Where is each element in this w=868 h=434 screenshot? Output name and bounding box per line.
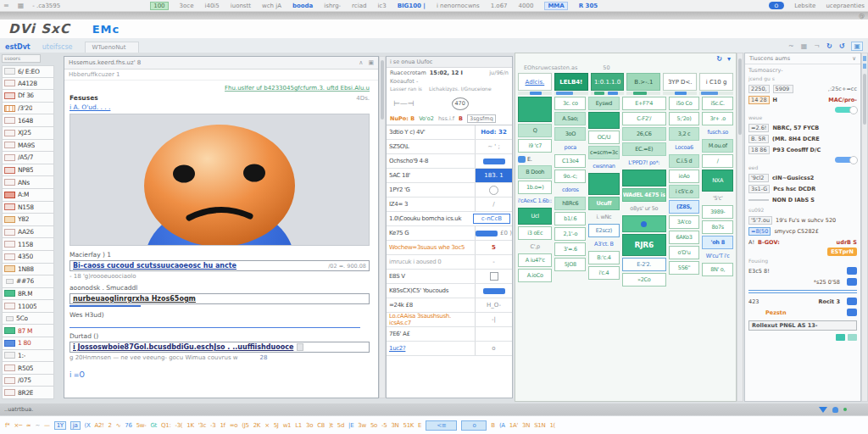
attribute-row[interactable]: imrucuk i aoused 0 - <box>387 255 512 270</box>
grid-cell[interactable]: Ucl <box>518 208 552 225</box>
grid-cell[interactable]: 3c. co <box>554 97 586 110</box>
grid-scrollbar[interactable] <box>737 53 743 402</box>
strip-icon[interactable]: Gt <box>150 422 157 429</box>
menu-item[interactable]: ishrg- <box>324 3 341 9</box>
menu-item[interactable]: iuonstt <box>231 3 251 9</box>
strip-icon[interactable]: 3w <box>358 422 366 429</box>
toolbar-icon[interactable]: ↺ <box>839 42 845 50</box>
grid-cell[interactable]: cwsnnan <box>588 161 620 171</box>
grid-cell[interactable] <box>622 215 666 232</box>
strip-icon[interactable]: w1 <box>283 422 292 429</box>
strip-icon[interactable]: (X <box>85 422 91 429</box>
grid-cell[interactable]: 1b.o=) <box>518 181 552 194</box>
address-field[interactable]: nurbeuaoglinrgrxha Hzos65ogm <box>70 293 370 304</box>
grid-cell[interactable]: A3'ct. B <box>588 239 620 249</box>
strip-icon[interactable]: ×─ <box>14 422 21 429</box>
grid-cell[interactable]: 5;'2o) <box>669 112 700 125</box>
avatar-link[interactable]: i A. O'ud. . . . <box>70 103 370 111</box>
tab-active[interactable]: estDvt <box>5 43 31 53</box>
teal-button[interactable] <box>848 334 857 341</box>
sidebar-item[interactable]: 87 M <box>2 325 54 337</box>
strip-icon[interactable]: × <box>264 422 270 429</box>
strip-icon[interactable]: <≡ <box>426 420 457 431</box>
attribute-row[interactable]: Lo.cAAisa 3saushsush. icsAs.c7 -| <box>387 313 512 327</box>
strip-icon[interactable]: (J5 <box>242 422 248 429</box>
attribute-row[interactable]: 1uc2? o <box>387 342 512 356</box>
sidebar-item[interactable]: 4350 <box>2 251 54 264</box>
toggle-switch[interactable] <box>835 157 857 163</box>
grid-cell[interactable] <box>588 173 620 195</box>
grid-icon[interactable]: ▦ <box>18 2 25 9</box>
sidebar-item[interactable]: A:M <box>2 189 54 202</box>
menu-item[interactable]: 100 <box>150 2 168 10</box>
sidebar-item[interactable]: 6/ E:EO <box>2 65 54 78</box>
grid-cell[interactable]: 6AKo3 <box>669 231 700 244</box>
attribute-row[interactable]: Ke75 G £0 ) <box>387 226 512 241</box>
toolbar-icon[interactable]: ~ <box>788 42 794 50</box>
strip-icon[interactable]: S1N <box>534 422 545 429</box>
grid-cell[interactable]: E2scz) <box>588 224 620 237</box>
menu-item[interactable]: booda <box>292 3 313 9</box>
grid-cell[interactable]: '5'c' <box>702 193 733 203</box>
grid-cell[interactable]: A.5ao; <box>554 112 586 125</box>
strip-icon[interactable]: 3N <box>522 422 530 429</box>
grid-cell[interactable]: NXA <box>702 170 733 192</box>
sidebar-item[interactable]: 8R.M <box>2 288 54 301</box>
grid-cell[interactable]: E-2'2. <box>622 258 666 271</box>
strip-icon[interactable]: ja <box>70 421 81 430</box>
action-button[interactable] <box>847 267 857 275</box>
grid-cell[interactable]: 9o.-c; <box>554 170 586 183</box>
reference-box[interactable]: Rollexut PN6L AS 13- <box>748 320 857 331</box>
strip-icon[interactable]: '3c <box>198 422 206 429</box>
sidebar-item[interactable]: 5Co <box>2 313 54 326</box>
attribute-row[interactable]: 1PY2 'G <box>387 183 512 198</box>
attribute-row[interactable]: E8S V <box>387 270 512 284</box>
menu-link[interactable]: Lebsite <box>794 3 815 9</box>
grid-cell[interactable]: 8o7s <box>702 220 733 234</box>
field-chip[interactable] <box>297 343 303 351</box>
sidebar-item[interactable]: /3'20 <box>2 103 54 115</box>
strip-icon[interactable]: -5 <box>381 422 387 429</box>
grid-cell[interactable]: i5o Co <box>669 97 700 110</box>
name-field[interactable]: Bi-caoss cucoud scutssuucaoeosc hu ancte… <box>70 260 370 271</box>
menu-item[interactable]: ic3 <box>377 3 386 9</box>
grid-cell[interactable]: i3 oEc <box>518 226 552 240</box>
grid-cell[interactable]: A iu4?'c <box>518 253 552 267</box>
sidebar-item[interactable]: N158 <box>2 202 54 214</box>
grid-cell[interactable]: WAdEL 4£75 is <box>622 188 666 202</box>
strip-icon[interactable]: 3N <box>391 422 398 429</box>
section-row[interactable]: 3s1-G Pcs hsc DCDR <box>748 183 857 194</box>
toolbar-icon[interactable]: ▦ <box>801 42 808 50</box>
strip-icon[interactable]: C8 <box>317 422 325 429</box>
menu-item[interactable]: 4000 <box>519 3 534 9</box>
strip-icon[interactable]: 76 <box>125 422 131 429</box>
chevron-down-icon[interactable]: ∨ <box>852 55 856 62</box>
grid-cell[interactable]: 3989- <box>702 205 733 219</box>
grid-cell[interactable]: ∕ <box>702 154 733 168</box>
strip-icon[interactable]: 3o <box>306 422 313 429</box>
strip-icon[interactable]: 1Y <box>54 421 66 430</box>
attribute-row[interactable]: IZ4= 3 <box>387 198 512 212</box>
attribute-row[interactable]: 3dtio Y c) 4V' Hod: 32 <box>387 125 512 140</box>
menu-item[interactable]: rciad <box>352 3 366 9</box>
section-row[interactable]: =2.6! NBRC, 57 FYCB <box>748 122 857 133</box>
grid-cell[interactable]: E. <box>518 154 552 164</box>
grid-cell[interactable]: Ucuff <box>588 197 620 210</box>
strip-icon[interactable]: 1( <box>549 422 555 429</box>
detail-tab[interactable]: NuPo: B <box>390 115 415 122</box>
strip-icon[interactable]: Q1: <box>161 422 170 429</box>
grid-cell[interactable]: o'D'u <box>669 246 700 259</box>
grid-cell[interactable]: OC/U <box>588 131 620 144</box>
attribute-row[interactable]: 1.0\Coouku bomcha ics.uk c-nCcB <box>387 212 512 226</box>
strip-icon[interactable]: ∿ <box>116 422 121 429</box>
notification-pill[interactable]: O <box>769 2 785 9</box>
grid-cell[interactable]: C',p <box>518 242 552 252</box>
notes-field[interactable]: i Jossoswboie87Gol.bcusdbdiGu.eschJso . … <box>70 342 370 353</box>
grid-cell[interactable]: ieAo <box>669 170 700 183</box>
filter-funnel-icon[interactable] <box>819 407 827 413</box>
sidebar-item[interactable]: ##76 <box>2 275 54 288</box>
section-row[interactable]: NON D IAbS S <box>748 194 857 205</box>
strip-icon[interactable]: 1K <box>186 422 193 429</box>
sidebar-item[interactable]: R505 <box>2 362 54 375</box>
grid-cell[interactable]: 2,1'-o <box>554 227 586 241</box>
